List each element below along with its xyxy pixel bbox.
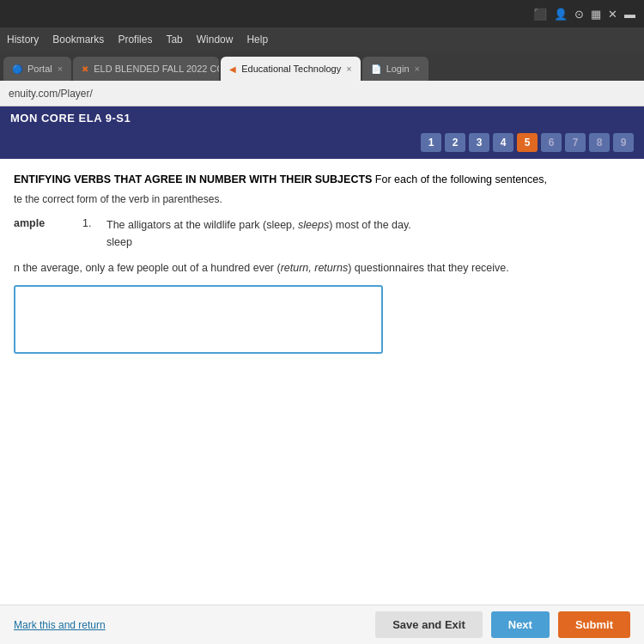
record-icon: ⬛ <box>533 8 547 21</box>
course-header: MON CORE ELA 9-S1 <box>0 106 644 130</box>
page-4[interactable]: 4 <box>493 133 513 152</box>
exercise-title-normal: For each of the following sentences, <box>372 173 547 185</box>
footer-bar: Mark this and return Save and Exit Next … <box>0 605 644 644</box>
page-6[interactable]: 6 <box>541 133 562 152</box>
question-text: n the average, only a few people out of … <box>14 260 630 276</box>
footer-buttons: Save and Exit Next Submit <box>375 611 630 638</box>
tab-eld-label: ELD BLENDED FALL 2022 COM <box>94 64 219 74</box>
question-italic1: return, <box>281 262 315 274</box>
user-icon: 👤 <box>554 8 568 21</box>
url-text: enuity.com/Player/ <box>9 88 93 100</box>
tab-portal-favicon: 🔵 <box>12 64 22 74</box>
tab-login[interactable]: 📄 Login × <box>362 57 428 81</box>
tab-login-label: Login <box>386 64 410 74</box>
tab-login-close[interactable]: × <box>415 64 420 74</box>
tab-edtech[interactable]: ◀ Educational Technology × <box>221 57 360 81</box>
answer-input[interactable] <box>14 285 383 354</box>
circle-icon: ⊙ <box>574 8 584 21</box>
tab-portal[interactable]: 🔵 Portal × <box>3 57 71 81</box>
question-end: ) questionnaires that they receive. <box>348 262 509 274</box>
page-7[interactable]: 7 <box>565 133 586 152</box>
course-title: MON CORE ELA 9-S1 <box>10 112 131 125</box>
menu-tab[interactable]: Tab <box>166 33 182 46</box>
exercise-title: ENTIFYING VERBS THAT AGREE IN NUMBER WIT… <box>14 173 630 188</box>
example-answer: sleep <box>106 236 630 248</box>
menu-bar: History Bookmarks Profiles Tab Window He… <box>0 27 644 52</box>
grid-icon: ▦ <box>591 8 601 21</box>
page-bar: 1 2 3 4 5 6 7 8 9 <box>0 130 644 159</box>
close-icon: ✕ <box>608 8 617 21</box>
tab-portal-label: Portal <box>27 64 52 74</box>
menu-window[interactable]: Window <box>197 33 234 46</box>
menu-help[interactable]: Help <box>246 33 268 46</box>
page-2[interactable]: 2 <box>445 133 465 152</box>
exercise-area: ENTIFYING VERBS THAT AGREE IN NUMBER WIT… <box>0 159 644 605</box>
page-9[interactable]: 9 <box>613 133 634 152</box>
page-3[interactable]: 3 <box>469 133 489 152</box>
submit-button[interactable]: Submit <box>558 611 630 638</box>
example-end: ) most of the day. <box>329 219 411 231</box>
tab-edtech-favicon: ◀ <box>229 64 236 74</box>
example-num: 1. <box>82 217 106 229</box>
example-italic: sleeps <box>298 219 329 231</box>
tab-login-favicon: 📄 <box>371 64 381 74</box>
page-5[interactable]: 5 <box>517 133 538 152</box>
tab-edtech-label: Educational Technology <box>241 64 341 74</box>
tab-edtech-close[interactable]: × <box>346 64 351 74</box>
tab-portal-close[interactable]: × <box>58 64 63 74</box>
os-bar: ⬛ 👤 ⊙ ▦ ✕ ▬ <box>0 0 644 27</box>
example-text: The alligators at the wildlife park (sle… <box>106 217 411 234</box>
tab-eld[interactable]: ✖ ELD BLENDED FALL 2022 COM × <box>73 57 219 81</box>
save-exit-button[interactable]: Save and Exit <box>375 611 483 638</box>
main-content: MON CORE ELA 9-S1 1 2 3 4 5 6 7 8 9 ENTI… <box>0 106 644 644</box>
next-button[interactable]: Next <box>491 611 550 638</box>
tab-eld-favicon: ✖ <box>82 64 88 74</box>
battery-icon: ▬ <box>624 8 635 21</box>
tab-bar: 🔵 Portal × ✖ ELD BLENDED FALL 2022 COM ×… <box>0 52 644 81</box>
example-row: ample 1. The alligators at the wildlife … <box>14 217 630 234</box>
example-sentence: The alligators at the wildlife park (sle… <box>106 219 298 231</box>
example-label: ample <box>14 217 82 229</box>
page-1[interactable]: 1 <box>421 133 441 152</box>
page-8[interactable]: 8 <box>589 133 610 152</box>
menu-bookmarks[interactable]: Bookmarks <box>52 33 104 46</box>
exercise-title-bold: ENTIFYING VERBS THAT AGREE IN NUMBER WIT… <box>14 173 372 185</box>
mark-return-link[interactable]: Mark this and return <box>14 619 106 631</box>
menu-history[interactable]: History <box>7 33 39 46</box>
address-bar: enuity.com/Player/ <box>0 81 644 106</box>
exercise-instruction: te the correct form of the verb in paren… <box>14 193 630 205</box>
menu-profiles[interactable]: Profiles <box>118 33 152 46</box>
question-italic2: returns <box>314 262 348 274</box>
